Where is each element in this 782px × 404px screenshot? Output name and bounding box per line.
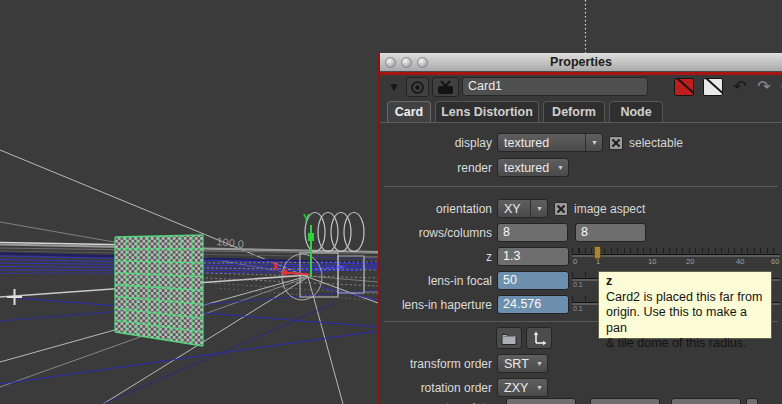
card-geometry xyxy=(115,235,203,346)
tooltip-text-line: origin. Use this to make a pan xyxy=(606,305,764,336)
window-titlebar[interactable]: Properties xyxy=(380,53,782,72)
lens-in-focal-label: lens-in focal xyxy=(380,274,492,288)
window-title: Properties xyxy=(380,55,782,69)
chevron-down-icon: ▼ xyxy=(530,200,543,217)
image-aspect-checkbox[interactable] xyxy=(554,202,568,216)
viewer-monitor-button[interactable] xyxy=(432,77,459,97)
lens-in-haperture-label: lens-in haperture xyxy=(380,298,492,312)
z-input[interactable]: 1.3 xyxy=(497,247,569,266)
redo-button[interactable]: ↷ xyxy=(753,77,775,97)
tab-deform[interactable]: Deform xyxy=(543,101,605,122)
tooltip-text-line: Card2 is placed this far from xyxy=(606,290,764,306)
tv-monitor-icon xyxy=(436,80,455,95)
node-color-swatch-icon xyxy=(674,78,694,96)
rotation-order-dropdown[interactable]: ZXY ▼ xyxy=(497,378,548,397)
translate-z-input[interactable] xyxy=(671,398,741,404)
selectable-label: selectable xyxy=(629,136,683,150)
z-slider-tick-label: 20 xyxy=(686,257,694,266)
node-color-button[interactable] xyxy=(673,77,695,97)
z-slider-tick-label: 10 xyxy=(648,257,656,266)
rows-columns-label: rows/columns xyxy=(380,226,492,240)
triangle-down-icon: ▼ xyxy=(388,80,400,94)
z-slider-handle[interactable] xyxy=(594,246,601,259)
panel-menu-button[interactable]: ▼ xyxy=(386,77,402,97)
tooltip-text-line: & tile dome of this radius. xyxy=(606,336,764,352)
z-slider-tick-label: 60 xyxy=(771,257,779,266)
slider-min-label: 0.1 xyxy=(573,281,583,288)
chevron-down-icon: ▼ xyxy=(585,134,598,151)
revert-button[interactable]: ↺ xyxy=(776,77,782,97)
z-slider[interactable]: 0 1 10 20 40 60 xyxy=(572,248,780,266)
gl-color-button[interactable] xyxy=(702,77,724,97)
display-dropdown[interactable]: textured ▼ xyxy=(497,133,603,152)
node-toolbar: ▼ Card1 ↶ ↷ ↺ xyxy=(380,75,782,100)
tab-node[interactable]: Node xyxy=(609,101,663,122)
record-target-icon xyxy=(410,80,425,95)
lens-in-haperture-input[interactable]: 24.576 xyxy=(497,295,569,314)
tab-bar: Card Lens Distortion Deform Node xyxy=(380,101,782,123)
render-dropdown[interactable]: textured ▼ xyxy=(497,158,569,177)
undo-arrow-icon: ↶ xyxy=(733,79,746,95)
tooltip-title: z xyxy=(606,274,764,290)
orientation-label: orientation xyxy=(380,202,492,216)
undo-button[interactable]: ↶ xyxy=(729,77,751,97)
chevron-down-icon: ▼ xyxy=(536,384,543,391)
translate-y-input[interactable] xyxy=(590,398,660,404)
chevron-down-icon: ▼ xyxy=(557,164,564,171)
axis-arrows-icon xyxy=(532,331,547,346)
tab-lens-distortion[interactable]: Lens Distortion xyxy=(435,101,539,122)
tooltip: z Card2 is placed this far from origin. … xyxy=(598,271,772,339)
lens-in-focal-input[interactable]: 50 xyxy=(497,271,569,290)
transform-order-label: transform order xyxy=(380,357,492,371)
slider-min-label: 0.1 xyxy=(573,305,583,312)
rows-input[interactable]: 8 xyxy=(497,223,568,242)
chevron-down-icon: ▼ xyxy=(536,360,543,367)
z-slider-tick-label: 0 xyxy=(573,257,577,266)
redo-arrow-icon: ↷ xyxy=(757,79,770,95)
columns-input[interactable]: 8 xyxy=(575,223,646,242)
translate-extra-button[interactable] xyxy=(746,398,758,404)
display-label: display xyxy=(380,136,492,150)
axis-y-label: Y xyxy=(303,213,310,224)
divider xyxy=(384,186,778,187)
rotation-order-label: rotation order xyxy=(380,381,492,395)
image-aspect-label: image aspect xyxy=(574,202,645,216)
snap-to-axis-button[interactable] xyxy=(526,327,552,349)
node-name-input[interactable]: Card1 xyxy=(462,77,648,96)
render-label: render xyxy=(380,161,492,175)
center-node-button[interactable] xyxy=(406,77,429,97)
translate-x-input[interactable] xyxy=(506,398,576,404)
translate-label: translate xyxy=(380,401,492,404)
selectable-checkbox[interactable] xyxy=(609,136,623,150)
z-label: z xyxy=(380,250,492,264)
screen: 100.0 xyxy=(0,0,782,404)
tab-card[interactable]: Card xyxy=(387,101,431,122)
gl-color-swatch-icon xyxy=(703,78,723,96)
z-slider-tick-label: 40 xyxy=(736,257,744,266)
orientation-dropdown[interactable]: XY ▼ xyxy=(497,199,548,218)
axis-x-label: X xyxy=(272,261,279,272)
file-browse-button[interactable] xyxy=(496,327,522,349)
folder-icon xyxy=(501,332,517,345)
transform-order-dropdown[interactable]: SRT ▼ xyxy=(497,354,548,373)
